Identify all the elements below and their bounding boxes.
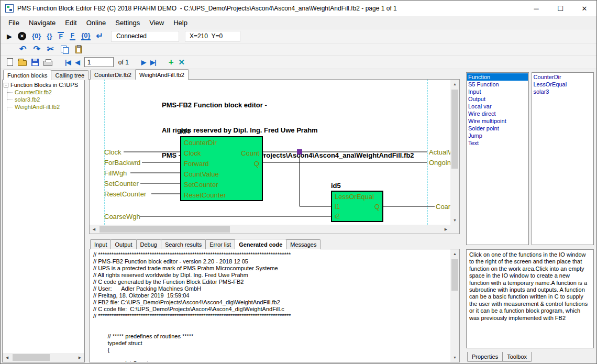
element-type-item[interactable]: Output [467,95,528,103]
wire-label-input[interactable]: FillWgh [104,169,127,177]
braces-zero-underline-icon[interactable]: {0} [81,32,90,40]
block-output-pin[interactable]: Q [374,203,380,211]
function-list[interactable]: CounterDirLessOrEqualsolar3 [532,72,594,245]
tree-horizontal-scrollbar[interactable]: ◀ ▶ [3,353,84,362]
braces-icon[interactable]: {} [47,32,52,40]
f-underline-icon[interactable]: F [70,32,75,40]
element-type-item[interactable]: Solder point [467,125,528,132]
right-panel-tab[interactable]: Toolbox [502,352,532,362]
redo-icon[interactable]: ↷ [33,46,40,53]
tree-item[interactable]: solar3.fb2 [7,96,83,103]
menu-item[interactable]: File [4,16,24,29]
tree-collapse-icon[interactable]: − [4,83,8,87]
tree-root[interactable]: − Function Blocks in C:\UPS [4,82,83,88]
page-number-input[interactable] [84,57,114,67]
canvas-vertical-scrollbar[interactable]: ▲ ▼ [450,80,459,225]
scroll-left-icon[interactable]: ◀ [90,225,98,234]
menu-item[interactable]: Edit [60,16,81,29]
tree-item[interactable]: WeightAndFill.fb2 [7,103,83,111]
output-tab[interactable]: Generated code [235,239,286,249]
left-panel-tab[interactable]: Calling tree [51,70,89,80]
function-item[interactable]: solar3 [533,88,593,95]
editor-tab[interactable]: WeightAndFill.fb2 [135,69,189,80]
function-item[interactable]: CounterDir [533,73,593,81]
wire-label-input[interactable]: Clock [104,148,121,156]
last-page-button[interactable]: ▶| [150,59,156,66]
block-output-pin[interactable]: Count [241,149,259,157]
right-panel-tab[interactable]: Properties [467,352,503,362]
scroll-down-icon[interactable]: ▼ [450,353,459,362]
scroll-thumb[interactable] [100,226,230,233]
element-type-item[interactable]: Text [467,139,528,147]
save-icon[interactable] [31,59,39,66]
block-input-pin[interactable]: Clock [184,149,201,157]
block-input-pin[interactable]: SetCounter [184,181,218,189]
block-input-pin[interactable]: i1 [335,203,340,211]
paste-icon[interactable] [75,46,82,53]
canvas-horizontal-scrollbar[interactable]: ◀ ▶ [90,225,450,234]
close-button[interactable]: ✕ [572,1,596,16]
menu-item[interactable]: Settings [110,16,145,29]
wire-label-output[interactable]: Coarse [436,203,450,211]
element-type-item[interactable]: Local var [467,103,528,110]
output-tab[interactable]: Input [90,239,111,249]
new-file-icon[interactable] [7,58,13,66]
next-page-button[interactable]: ▶ [141,59,146,66]
prev-page-button[interactable]: ◀ [75,59,80,66]
editor-tab[interactable]: CounterDir.fb2 [90,70,136,80]
output-tab[interactable]: Search results [161,239,206,249]
first-page-button[interactable]: |◀ [65,59,71,66]
scroll-up-icon[interactable]: ▲ [450,80,459,89]
stop-icon[interactable]: ✕ [18,32,26,40]
scroll-thumb[interactable] [451,90,458,169]
scroll-thumb[interactable] [451,259,458,291]
element-type-item[interactable]: Wire direct [467,110,528,117]
maximize-button[interactable]: ☐ [548,1,572,16]
output-tab[interactable]: Error list [205,239,235,249]
wire-label-output[interactable]: ActualW [429,148,450,156]
menu-item[interactable]: Online [82,16,111,29]
block-input-pin[interactable]: CountValue [184,170,219,178]
diagram-canvas[interactable]: PMS-FB2 Function block editor - All righ… [90,80,450,225]
copy-icon[interactable] [61,46,69,53]
output-tab[interactable]: Messages [286,239,320,249]
code-content[interactable]: // *************************************… [90,249,450,362]
output-tab[interactable]: Output [110,239,136,249]
scroll-left-icon[interactable]: ◀ [3,353,12,362]
wire-label-input[interactable]: ForBackwrd [104,159,140,167]
block-input-pin[interactable]: i2 [335,212,340,220]
block-input-pin[interactable]: ResetCounter [184,191,226,199]
menu-item[interactable]: View [145,16,169,29]
wire-label-input[interactable]: CoarseWgh [104,213,140,220]
left-panel-tab[interactable]: Function blocks [3,70,51,80]
wire-label-input[interactable]: ResetCounter [104,190,146,198]
function-item[interactable]: LessOrEqual [533,81,593,88]
code-vertical-scrollbar[interactable]: ▲ ▼ [450,249,459,362]
scroll-up-icon[interactable]: ▲ [450,249,459,258]
element-type-item[interactable]: S5 Function [467,81,528,88]
element-type-item[interactable]: Input [467,88,528,95]
element-type-item[interactable]: Jump [467,132,528,139]
add-page-icon[interactable]: + [169,58,174,67]
scroll-right-icon[interactable]: ▶ [75,353,84,362]
return-icon[interactable]: ↵ [96,32,103,40]
scroll-thumb[interactable] [13,354,50,361]
print-icon[interactable] [43,61,52,66]
function-block-lessorequal[interactable]: LessOrEqual i1 Q i2 [331,191,383,222]
element-type-item[interactable]: Wire multipoint [467,117,528,125]
undo-icon[interactable]: ↶ [19,46,26,53]
menu-item[interactable]: Navigate [24,16,60,29]
braces-zero-icon[interactable]: {0} [32,32,41,40]
scroll-right-icon[interactable]: ▶ [441,225,450,234]
minimize-button[interactable]: ─ [524,1,548,16]
output-tab[interactable]: Debug [136,239,161,249]
scroll-down-icon[interactable]: ▼ [450,216,459,225]
cut-icon[interactable]: ✂ [47,46,54,53]
run-icon[interactable]: ▶ [7,32,12,40]
menu-item[interactable]: Help [169,16,192,29]
f-overline-icon[interactable]: F [58,32,63,40]
block-output-pin[interactable]: Q [254,160,259,168]
element-type-list[interactable]: FunctionS5 FunctionInputOutputLocal varW… [466,72,529,245]
tree-item[interactable]: CounterDir.fb2 [7,89,83,96]
delete-page-icon[interactable]: ✕ [179,58,185,66]
